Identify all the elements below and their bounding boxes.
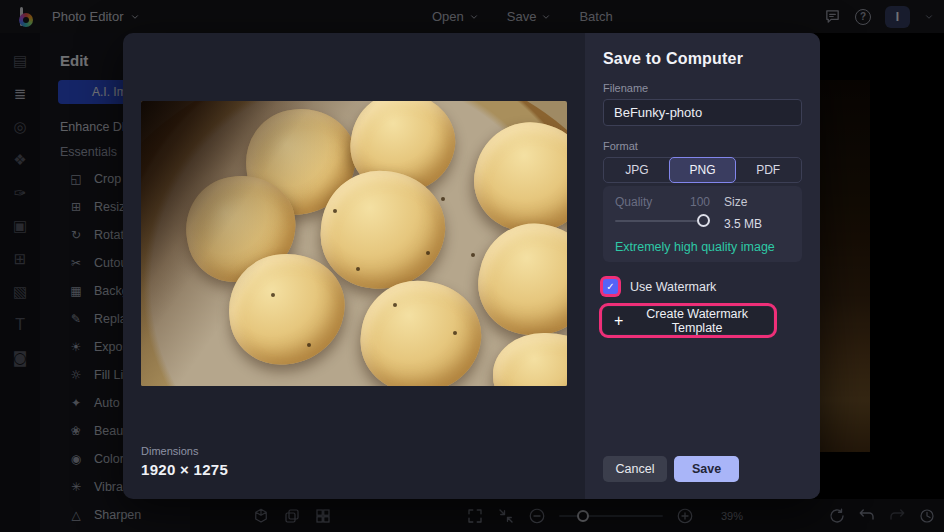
quality-label: Quality — [615, 195, 652, 209]
format-option-jpg[interactable]: JPG — [604, 158, 670, 182]
plus-icon: + — [614, 313, 623, 329]
use-watermark-label: Use Watermark — [630, 280, 716, 294]
use-watermark-checkbox[interactable]: ✓ — [603, 279, 618, 294]
size-value: 3.5 MB — [724, 217, 790, 231]
use-watermark-row: ✓ Use Watermark — [603, 279, 802, 294]
cancel-button[interactable]: Cancel — [603, 456, 667, 482]
save-button[interactable]: Save — [674, 456, 739, 482]
quality-note: Extremely high quality image — [615, 240, 790, 254]
format-option-png[interactable]: PNG — [669, 157, 737, 183]
photo-shading — [141, 101, 567, 386]
save-to-computer-modal: Dimensions 1920 × 1275 Save to Computer … — [123, 33, 820, 499]
format-option-pdf[interactable]: PDF — [735, 158, 801, 182]
save-options-panel: Save to Computer Filename Format JPG PNG… — [585, 33, 820, 499]
size-label: Size — [724, 195, 790, 209]
filename-label: Filename — [603, 82, 802, 94]
create-watermark-template-button[interactable]: + Create Watermark Template — [603, 307, 773, 334]
image-preview-section: Dimensions 1920 × 1275 — [123, 33, 585, 499]
format-segmented-control: JPG PNG PDF — [603, 157, 802, 183]
modal-title: Save to Computer — [603, 50, 802, 68]
image-dimensions: Dimensions 1920 × 1275 — [141, 445, 228, 478]
quality-box: Quality 100 Size 3.5 MB Extremely high q… — [603, 186, 802, 262]
modal-actions: Cancel Save — [603, 456, 739, 482]
filename-input[interactable] — [603, 99, 802, 126]
format-label: Format — [603, 140, 802, 152]
quality-value: 100 — [690, 195, 710, 209]
quality-slider[interactable] — [615, 214, 710, 228]
preview-image — [141, 101, 567, 386]
quality-slider-handle[interactable] — [697, 214, 710, 227]
